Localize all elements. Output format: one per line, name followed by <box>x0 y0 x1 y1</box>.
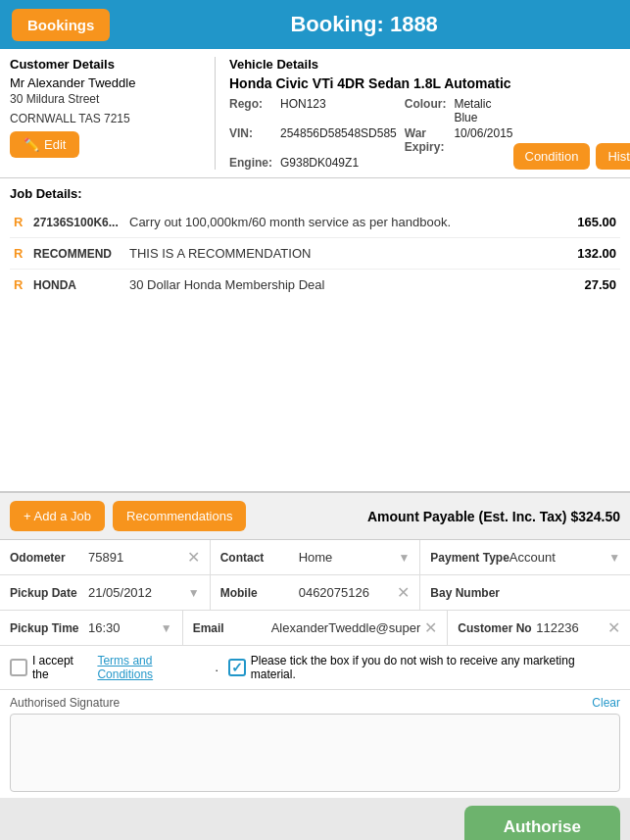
job-desc-2: THIS IS A RECOMMENDATION <box>129 246 557 261</box>
payment-type-dropdown-icon[interactable]: ▼ <box>608 551 620 565</box>
form-section: Odometer 75891 ✕ Contact Home ▼ Payment … <box>0 540 630 646</box>
pickup-date-dropdown-icon[interactable]: ▼ <box>188 586 200 600</box>
customer-name: Mr Alexander Tweddle <box>10 75 205 90</box>
terms-link[interactable]: Terms and Conditions <box>97 654 210 681</box>
contact-input-wrapper: Home ▼ <box>299 550 411 565</box>
signature-clear-button[interactable]: Clear <box>592 696 620 710</box>
job-desc-3: 30 Dollar Honda Membership Deal <box>129 277 557 292</box>
customer-no-value: 112236 <box>536 620 604 635</box>
customer-no-input-wrapper: 112236 ✕ <box>536 618 620 637</box>
vehicle-section-title: Vehicle Details <box>229 57 630 72</box>
colour-value: Metalic Blue <box>454 97 512 124</box>
payment-type-input-wrapper: Account ▼ <box>509 550 620 565</box>
pickup-time-value: 16:30 <box>88 620 157 635</box>
mobile-cell: Mobile 0462075126 ✕ <box>211 575 421 610</box>
pickup-time-cell: Pickup Time 16:30 ▼ <box>0 611 183 645</box>
mobile-value: 0462075126 <box>299 585 394 600</box>
email-clear-icon[interactable]: ✕ <box>424 618 437 637</box>
job-price-3: 27.50 <box>557 277 616 292</box>
marketing-text: Please tick the box if you do not wish t… <box>251 654 620 681</box>
job-r-2: R <box>14 246 27 261</box>
signature-box[interactable] <box>10 714 620 792</box>
pickup-date-label: Pickup Date <box>10 586 88 600</box>
odometer-clear-icon[interactable]: ✕ <box>187 548 200 567</box>
job-desc-1: Carry out 100,000km/60 month service as … <box>129 215 557 229</box>
contact-value: Home <box>299 550 395 565</box>
odometer-value: 75891 <box>88 550 183 565</box>
customer-address2: CORNWALL TAS 7215 <box>10 112 205 125</box>
vehicle-name: Honda Civic VTi 4DR Sedan 1.8L Automatic <box>229 75 630 91</box>
authorise-button[interactable]: Authorise <box>464 806 620 840</box>
customer-no-cell: Customer No 112236 ✕ <box>448 611 630 645</box>
contact-label: Contact <box>220 551 299 565</box>
bookings-button[interactable]: Bookings <box>12 9 110 41</box>
recommendations-button[interactable]: Recommendations <box>113 501 246 531</box>
email-label: Email <box>193 621 271 635</box>
rego-label: Rego: <box>229 97 272 124</box>
customer-section: Customer Details Mr Alexander Tweddle 30… <box>10 57 216 170</box>
terms-suffix: . <box>216 661 218 674</box>
job-code-1: 27136S100K6... <box>33 216 121 229</box>
edit-button[interactable]: ✏️ Edit <box>10 131 79 158</box>
contact-cell: Contact Home ▼ <box>211 540 421 574</box>
pickup-date-value: 21/05/2012 <box>88 585 184 600</box>
mobile-clear-icon[interactable]: ✕ <box>397 583 410 602</box>
pickup-time-label: Pickup Time <box>10 621 88 635</box>
history-button[interactable]: History <box>596 143 630 170</box>
table-row: R HONDA 30 Dollar Honda Membership Deal … <box>10 270 620 300</box>
vehicle-grid: Rego: HON123 Colour: Metalic Blue VIN: 2… <box>229 97 513 170</box>
bay-number-cell: Bay Number <box>420 575 630 610</box>
engine-label: Engine: <box>229 156 272 170</box>
payment-type-value: Account <box>509 550 605 565</box>
odometer-input-wrapper: 75891 ✕ <box>88 548 200 567</box>
terms-checkbox-item: I accept the Terms and Conditions . <box>10 654 218 681</box>
form-row-1: Odometer 75891 ✕ Contact Home ▼ Payment … <box>0 540 630 575</box>
details-row: Customer Details Mr Alexander Tweddle 30… <box>0 49 630 178</box>
contact-dropdown-icon[interactable]: ▼ <box>398 551 410 565</box>
mobile-label: Mobile <box>220 586 299 600</box>
payment-type-cell: Payment Type Account ▼ <box>420 540 630 574</box>
vin-label: VIN: <box>229 126 272 154</box>
job-code-2: RECOMMEND <box>33 247 121 261</box>
amount-payable-label: Amount Payable (Est. Inc. Tax) <box>367 509 567 524</box>
authorise-row: Authorise <box>0 798 630 840</box>
edit-icon: ✏️ <box>24 137 39 152</box>
customer-address1: 30 Mildura Street <box>10 92 205 106</box>
condition-button[interactable]: Condition <box>513 143 591 170</box>
mobile-input-wrapper: 0462075126 ✕ <box>299 583 411 602</box>
form-row-3: Pickup Time 16:30 ▼ Email AlexanderTwedd… <box>0 611 630 646</box>
header: Bookings Booking: 1888 <box>0 0 630 49</box>
job-price-1: 165.00 <box>557 215 616 229</box>
pickup-time-dropdown-icon[interactable]: ▼ <box>161 621 172 635</box>
rego-value: HON123 <box>280 97 397 124</box>
signature-header: Authorised Signature Clear <box>10 696 620 710</box>
email-value: AlexanderTweddle@super <box>271 620 421 635</box>
table-row: R RECOMMEND THIS IS A RECOMMENDATION 132… <box>10 238 620 270</box>
job-r-3: R <box>14 277 27 292</box>
vehicle-section: Vehicle Details Honda Civic VTi 4DR Seda… <box>216 57 630 170</box>
signature-label: Authorised Signature <box>10 696 120 710</box>
job-details-section: Job Details: R 27136S100K6... Carry out … <box>0 178 630 492</box>
customer-no-label: Customer No <box>458 621 536 635</box>
checkmark-icon: ✓ <box>231 660 243 675</box>
job-r-1: R <box>14 215 27 229</box>
marketing-checkbox-item: ✓ Please tick the box if you do not wish… <box>228 654 620 681</box>
odometer-cell: Odometer 75891 ✕ <box>0 540 211 574</box>
odometer-label: Odometer <box>10 551 88 565</box>
job-price-2: 132.00 <box>557 246 616 261</box>
customer-section-title: Customer Details <box>10 57 205 72</box>
email-input-wrapper: AlexanderTweddle@super ✕ <box>271 618 438 637</box>
terms-checkbox[interactable] <box>10 659 27 676</box>
checkbox-row: I accept the Terms and Conditions . ✓ Pl… <box>0 646 630 690</box>
vehicle-buttons: Condition History <box>513 143 631 170</box>
marketing-checkbox[interactable]: ✓ <box>228 659 246 676</box>
pickup-date-cell: Pickup Date 21/05/2012 ▼ <box>0 575 211 610</box>
add-job-button[interactable]: + Add a Job <box>10 501 105 531</box>
email-cell: Email AlexanderTweddle@super ✕ <box>183 611 449 645</box>
engine-value: G938DK049Z1 <box>280 156 397 170</box>
pickup-time-input-wrapper: 16:30 ▼ <box>88 620 172 635</box>
signature-section: Authorised Signature Clear <box>0 690 630 798</box>
war-expiry-value: 10/06/2015 <box>454 126 512 154</box>
edit-label: Edit <box>44 137 66 152</box>
customer-no-clear-icon[interactable]: ✕ <box>607 618 620 637</box>
